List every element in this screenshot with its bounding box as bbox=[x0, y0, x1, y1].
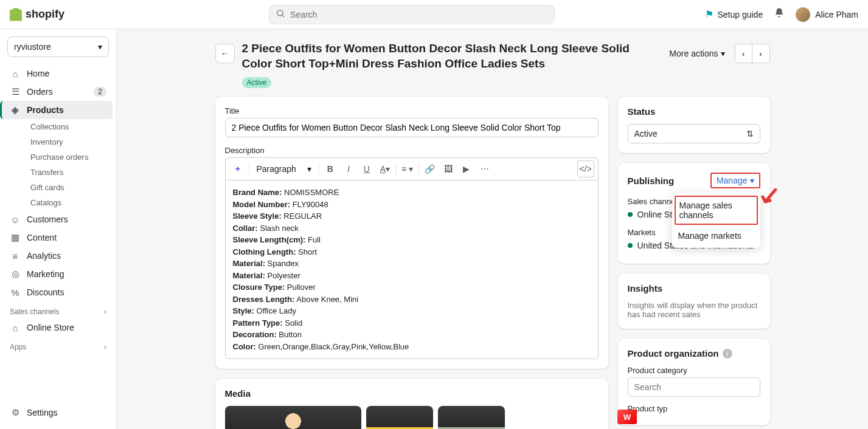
align-button[interactable]: ≡ ▾ bbox=[399, 160, 416, 177]
sidebar-item-collections[interactable]: Collections bbox=[24, 119, 113, 134]
main-content: ← 2 Piece Outfits for Women Button Decor… bbox=[117, 29, 868, 429]
more-actions-button[interactable]: More actions ▾ bbox=[664, 45, 729, 62]
media-thumbnail-2[interactable] bbox=[366, 406, 433, 429]
chevron-left-icon: ‹ bbox=[742, 49, 745, 58]
online-store-label: Online Store bbox=[27, 323, 74, 332]
sidebar-item-products[interactable]: ◈ Products bbox=[0, 101, 113, 119]
page-title: 2 Piece Outfits for Women Button Decor S… bbox=[242, 41, 658, 71]
discounts-label: Discounts bbox=[27, 287, 64, 297]
user-menu[interactable]: Alice Pham bbox=[796, 7, 858, 22]
text-color-button[interactable]: A ▾ bbox=[377, 160, 394, 177]
sidebar-item-online-store[interactable]: ⌂ Online Store bbox=[4, 318, 113, 337]
marketing-icon: ◎ bbox=[10, 269, 21, 280]
next-button[interactable]: › bbox=[752, 44, 769, 63]
chevron-down-icon: ▾ bbox=[307, 164, 311, 174]
status-chip: Active bbox=[242, 77, 272, 88]
manage-sales-channels-item[interactable]: Manage sales channels bbox=[675, 196, 758, 225]
sidebar-item-analytics[interactable]: ≡ Analytics bbox=[4, 247, 113, 265]
setup-guide-link[interactable]: ⚑ Setup guide bbox=[705, 9, 763, 20]
title-label: Title bbox=[225, 106, 599, 115]
content-icon: ▦ bbox=[10, 232, 21, 243]
shopify-logo[interactable]: shopify bbox=[10, 8, 64, 21]
avatar bbox=[796, 7, 810, 22]
manage-markets-item[interactable]: Manage markets bbox=[672, 226, 760, 245]
orders-label: Orders bbox=[27, 87, 53, 97]
sidebar-item-transfers[interactable]: Transfers bbox=[24, 165, 113, 180]
store-icon: ⌂ bbox=[10, 322, 21, 333]
underline-button[interactable]: U bbox=[358, 160, 375, 177]
code-view-button[interactable]: </> bbox=[577, 160, 594, 177]
products-icon: ◈ bbox=[10, 105, 21, 115]
shopify-bag-icon bbox=[10, 8, 22, 21]
discounts-icon: % bbox=[10, 287, 21, 298]
sidebar-item-settings[interactable]: ⚙ Settings bbox=[4, 403, 113, 422]
page-header: ← 2 Piece Outfits for Women Button Decor… bbox=[215, 41, 770, 71]
video-button[interactable]: ▶ bbox=[458, 160, 475, 177]
sales-channels-header[interactable]: Sales channels › bbox=[4, 301, 113, 318]
sidebar-item-catalogs[interactable]: Catalogs bbox=[24, 195, 113, 210]
title-input[interactable] bbox=[225, 118, 599, 137]
setup-guide-label: Setup guide bbox=[717, 10, 763, 19]
sidebar: ryviustore ▾ ⌂ Home ☰ Orders 2 ◈ Product… bbox=[0, 29, 117, 429]
content-label: Content bbox=[27, 233, 57, 242]
sidebar-item-home[interactable]: ⌂ Home bbox=[4, 64, 113, 83]
editor-toolbar: ✦ Paragraph ▾ B I U A ▾ bbox=[225, 157, 599, 180]
sidebar-item-purchase-orders[interactable]: Purchase orders bbox=[24, 149, 113, 165]
manage-button[interactable]: Manage ▾ bbox=[710, 173, 760, 188]
chevron-right-icon: › bbox=[104, 343, 106, 351]
search-placeholder: Search bbox=[290, 10, 317, 19]
status-select[interactable]: Active ⇅ bbox=[628, 124, 760, 143]
chevron-down-icon: ▾ bbox=[98, 42, 102, 52]
notifications-icon[interactable] bbox=[774, 7, 785, 21]
user-name: Alice Pham bbox=[815, 10, 858, 19]
status-dot-icon bbox=[628, 243, 633, 248]
link-button[interactable]: 🔗 bbox=[422, 160, 439, 177]
sidebar-item-marketing[interactable]: ◎ Marketing bbox=[4, 265, 113, 283]
sidebar-item-inventory[interactable]: Inventory bbox=[24, 134, 113, 149]
media-thumbnail-1[interactable] bbox=[225, 406, 361, 429]
sidebar-item-orders[interactable]: ☰ Orders 2 bbox=[4, 83, 113, 101]
chevron-right-icon: › bbox=[104, 307, 106, 316]
type-label: Product typ bbox=[628, 404, 760, 413]
media-thumbnail-3[interactable] bbox=[438, 406, 505, 429]
topbar: shopify Search ⚑ Setup guide Alice Pham bbox=[0, 0, 868, 29]
annotation-arrow-icon bbox=[760, 188, 779, 208]
sidebar-item-customers[interactable]: ☺ Customers bbox=[4, 210, 113, 228]
analytics-icon: ≡ bbox=[10, 250, 21, 261]
description-editor[interactable]: Brand Name: NOMISSMOREModel Number: FLY9… bbox=[225, 180, 599, 359]
italic-button[interactable]: I bbox=[340, 160, 357, 177]
gear-icon: ⚙ bbox=[10, 407, 21, 418]
image-button[interactable]: 🖼 bbox=[440, 160, 457, 177]
search-icon bbox=[276, 9, 285, 20]
insights-card: Insights Insights will display when the … bbox=[618, 273, 770, 329]
sidebar-item-content[interactable]: ▦ Content bbox=[4, 228, 113, 247]
select-caret-icon: ⇅ bbox=[746, 129, 754, 139]
manage-dropdown: Manage sales channels Manage markets bbox=[672, 192, 760, 248]
sidebar-item-gift-cards[interactable]: Gift cards bbox=[24, 180, 113, 195]
store-selector[interactable]: ryviustore ▾ bbox=[7, 36, 109, 57]
products-label: Products bbox=[27, 105, 64, 115]
media-heading: Media bbox=[225, 388, 599, 399]
search-input[interactable]: Search bbox=[269, 5, 555, 24]
prev-button[interactable]: ‹ bbox=[735, 44, 752, 63]
store-name: ryviustore bbox=[14, 42, 51, 52]
publishing-card: Publishing Manage ▾ Manage sales channel… bbox=[618, 163, 770, 264]
more-button[interactable]: ⋯ bbox=[476, 160, 493, 177]
svg-line-1 bbox=[282, 15, 284, 17]
category-label: Product category bbox=[628, 366, 760, 375]
brand-text: shopify bbox=[26, 8, 64, 21]
ai-sparkle-icon[interactable]: ✦ bbox=[229, 160, 246, 177]
info-icon[interactable]: i bbox=[723, 349, 732, 359]
back-button[interactable]: ← bbox=[215, 44, 235, 63]
orders-badge: 2 bbox=[94, 87, 106, 97]
apps-header[interactable]: Apps › bbox=[4, 337, 113, 354]
chevron-down-icon: ▾ bbox=[721, 49, 725, 58]
sidebar-item-discounts[interactable]: % Discounts bbox=[4, 283, 113, 301]
bold-button[interactable]: B bbox=[322, 160, 339, 177]
wps-badge-icon: W bbox=[617, 410, 637, 424]
home-icon: ⌂ bbox=[10, 68, 21, 79]
svg-point-0 bbox=[277, 10, 283, 16]
paragraph-select[interactable]: Paragraph ▾ bbox=[252, 162, 316, 176]
category-input[interactable] bbox=[628, 377, 760, 397]
insights-text: Insights will display when the product h… bbox=[628, 301, 760, 319]
